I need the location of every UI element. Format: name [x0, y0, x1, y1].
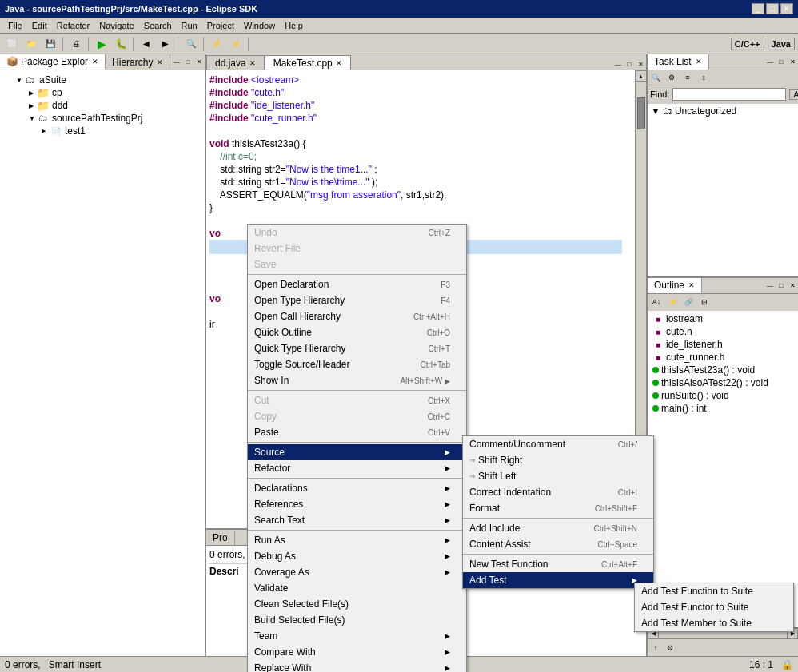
dd-java-close[interactable]: ✕ — [249, 59, 256, 67]
sm-shift-left[interactable]: ⇒ Shift Left — [463, 468, 653, 484]
cm-team[interactable]: Team ▶ — [248, 628, 466, 644]
cm-source[interactable]: Source ▶ — [248, 444, 466, 460]
outline-func-main[interactable]: main() : int — [649, 402, 796, 415]
menu-window[interactable]: Window — [239, 19, 280, 32]
cm-toggle-source-header[interactable]: Toggle Source/Header Ctrl+Tab — [248, 356, 466, 372]
outline-cute-runner[interactable]: ■ cute_runner.h — [649, 351, 796, 364]
close-button[interactable]: ✕ — [780, 3, 793, 14]
cm-compare-with[interactable]: Compare With ▶ — [248, 644, 466, 660]
tab-maketest-cpp[interactable]: MakeTest.cpp ✕ — [265, 55, 351, 70]
cm-cut[interactable]: Cut Ctrl+X — [248, 392, 466, 408]
java-perspective-label[interactable]: Java — [768, 38, 795, 50]
cm-quick-type-hierarchy[interactable]: Quick Type Hierarchy Ctrl+T — [248, 340, 466, 356]
cm-quick-outline[interactable]: Quick Outline Ctrl+O — [248, 324, 466, 340]
menu-edit[interactable]: Edit — [27, 19, 52, 32]
sm-format[interactable]: Format Ctrl+Shift+F — [463, 500, 653, 516]
sm-content-assist[interactable]: Content Assist Ctrl+Space — [463, 536, 653, 552]
cm-debug-as[interactable]: Debug As ▶ — [248, 548, 466, 564]
sm-new-test-function[interactable]: New Test Function Ctrl+Alt+F — [463, 556, 653, 572]
menu-navigate[interactable]: Navigate — [94, 19, 138, 32]
print-button[interactable]: 🖨 — [67, 36, 85, 52]
tab-outline[interactable]: Outline ✕ — [648, 278, 702, 293]
open-button[interactable]: 📁 — [22, 36, 40, 52]
sm-comment-uncomment[interactable]: Comment/Uncomment Ctrl+/ — [463, 436, 653, 452]
cm-show-in[interactable]: Show In Alt+Shift+W ▶ — [248, 372, 466, 388]
menu-project[interactable]: Project — [202, 19, 239, 32]
tree-item-cp[interactable]: ▶ 📁 cp — [3, 86, 201, 99]
tab-package-explorer[interactable]: 📦 Package Explor ✕ — [0, 54, 106, 70]
task-category-uncategorized[interactable]: ▼ 🗂 Uncategorized — [648, 104, 798, 118]
tree-item-ddd[interactable]: ▶ 📁 ddd — [3, 99, 201, 112]
tasklist-max[interactable]: □ — [776, 57, 787, 68]
outline-close-btn[interactable]: ✕ — [787, 280, 798, 292]
tasklist-close[interactable]: ✕ — [696, 58, 702, 66]
menu-refactor[interactable]: Refactor — [52, 19, 95, 32]
outline-max[interactable]: □ — [776, 280, 787, 292]
all-button[interactable]: All — [789, 89, 798, 100]
cm-undo[interactable]: Undo Ctrl+Z — [248, 225, 466, 241]
editor-close[interactable]: ✕ — [635, 58, 646, 70]
outline-filter-btn[interactable]: ⚡ — [665, 296, 680, 308]
outline-link-btn[interactable]: 🔗 — [681, 296, 696, 308]
outline-collapse-btn[interactable]: ⊟ — [697, 296, 712, 308]
tasklist-close-btn[interactable]: ✕ — [787, 57, 798, 68]
left-panel-close[interactable]: ✕ — [194, 57, 205, 68]
tab-hierarchy[interactable]: Hierarchy ✕ — [106, 54, 170, 70]
search-button[interactable]: 🔍 — [182, 36, 200, 52]
cm-run-as[interactable]: Run As ▶ — [248, 532, 466, 548]
cm-open-call-hierarchy[interactable]: Open Call Hierarchy Ctrl+Alt+H — [248, 308, 466, 324]
cpp-perspective-label[interactable]: C/C++ — [731, 38, 764, 50]
hierarchy-close[interactable]: ✕ — [157, 58, 163, 66]
cm-references[interactable]: References ▶ — [248, 496, 466, 512]
next-error-button[interactable]: ⚡ — [208, 36, 225, 52]
cm-replace-with[interactable]: Replace With ▶ — [248, 660, 466, 672]
cm-save[interactable]: Save — [248, 256, 466, 272]
cm-search-text[interactable]: Search Text ▶ — [248, 512, 466, 528]
cm-build-selected[interactable]: Build Selected File(s) — [248, 612, 466, 628]
save-button[interactable]: 💾 — [42, 36, 59, 52]
outline-iostream[interactable]: ■ iostream — [649, 312, 796, 325]
outline-sort-btn[interactable]: A↓ — [649, 296, 664, 308]
outline-close[interactable]: ✕ — [688, 281, 695, 289]
minimize-button[interactable]: _ — [752, 3, 764, 14]
outline-func-thisisatest23a[interactable]: thisIsATest23a() : void — [649, 364, 796, 376]
tasklist-min[interactable]: — — [764, 57, 776, 68]
find-input[interactable] — [672, 88, 786, 101]
tasklist-toolbar-btn3[interactable]: ≡ — [681, 72, 694, 83]
outline-cuteh[interactable]: ■ cute.h — [649, 325, 796, 338]
cm-revert-file[interactable]: Revert File — [248, 241, 466, 256]
outline-func-thisisalsoatest22[interactable]: thisIsAlsoATest22() : void — [649, 376, 796, 389]
cm-validate[interactable]: Validate — [248, 580, 466, 596]
left-panel-min[interactable]: — — [171, 57, 182, 68]
at-add-function-to-suite[interactable]: Add Test Function to Suite — [635, 583, 793, 599]
run-button[interactable]: ▶ — [93, 36, 110, 52]
cm-clean-selected[interactable]: Clean Selected File(s) — [248, 596, 466, 612]
tasklist-toolbar-btn2[interactable]: ⚙ — [665, 72, 678, 83]
menu-file[interactable]: File — [3, 19, 27, 32]
outline-bottom-btn2[interactable]: ⚙ — [664, 642, 676, 654]
cm-coverage-as[interactable]: Coverage As ▶ — [248, 564, 466, 580]
prev-error-button[interactable]: ⚡ — [227, 36, 245, 52]
debug-button[interactable]: 🐛 — [112, 36, 130, 52]
cm-refactor[interactable]: Refactor ▶ — [248, 460, 466, 476]
sm-shift-right[interactable]: ⇒ Shift Right — [463, 452, 653, 468]
tree-item-sourcepath[interactable]: ▼ 🗂 sourcePathTestingPrj — [3, 112, 201, 125]
cm-open-declaration[interactable]: Open Declaration F3 — [248, 276, 466, 292]
tab-task-list[interactable]: Task List ✕ — [648, 54, 709, 70]
sm-correct-indentation[interactable]: Correct Indentation Ctrl+I — [463, 484, 653, 500]
left-panel-max[interactable]: □ — [182, 57, 194, 68]
outline-func-runsuite[interactable]: runSuite() : void — [649, 389, 796, 402]
new-button[interactable]: ⬜ — [3, 36, 21, 52]
tasklist-toolbar-btn4[interactable]: ↕ — [697, 72, 710, 83]
tab-problems[interactable]: Pro — [206, 531, 235, 545]
editor-max[interactable]: □ — [624, 58, 635, 70]
outline-min[interactable]: — — [764, 280, 776, 292]
tab-dd-java[interactable]: dd.java ✕ — [206, 55, 265, 70]
forward-button[interactable]: ▶ — [157, 36, 174, 52]
tasklist-toolbar-btn1[interactable]: 🔍 — [649, 72, 662, 83]
cm-copy[interactable]: Copy Ctrl+C — [248, 408, 466, 424]
package-explorer-close[interactable]: ✕ — [92, 58, 98, 66]
maketest-cpp-close[interactable]: ✕ — [336, 59, 342, 67]
tree-item-test1[interactable]: ▶ 📄 test1 — [3, 125, 201, 137]
menu-help[interactable]: Help — [280, 19, 308, 32]
